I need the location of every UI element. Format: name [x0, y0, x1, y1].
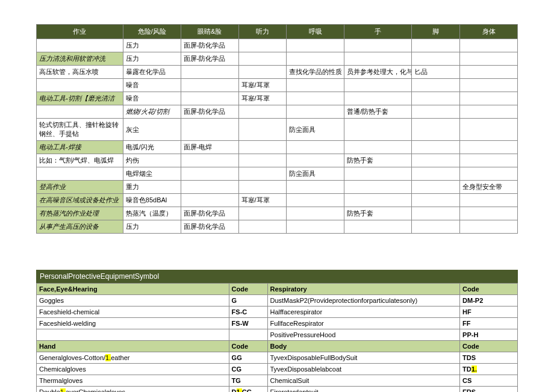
cell: [181, 119, 238, 141]
table-row: 高压软管，高压水喷暴露在化学品查找化学品的性质员并参考处理大，化与匕品: [37, 66, 518, 79]
cell: [287, 79, 344, 92]
cell: Double1.ayerChemicalgloves: [37, 387, 229, 393]
cell: 高压软管，高压水喷: [37, 66, 123, 79]
cell: 有热蒸汽的作业处理: [37, 207, 123, 220]
cell: [344, 141, 412, 154]
code-cell: FRS: [460, 387, 518, 393]
code-cell: TDS: [460, 352, 518, 364]
cell: 防尘面具: [287, 119, 344, 141]
cell: 查找化学品的性质: [287, 66, 344, 79]
cell: DustMaskP2(Provideprotectionforparticula…: [267, 295, 460, 306]
cell: 噪音: [123, 79, 181, 92]
cell: [460, 105, 518, 119]
cell: [181, 154, 238, 167]
subhdr-cell: Respiratory: [267, 284, 460, 295]
cell: 比如：气割/气焊、电弧焊: [37, 154, 123, 167]
cell: [344, 79, 412, 92]
h-body: 身体: [460, 25, 518, 39]
cell: [238, 119, 287, 141]
cell: [287, 92, 344, 105]
cell: [287, 52, 344, 66]
table-row: Faceshield-chemicalFS-CHalffacerespirato…: [37, 306, 518, 318]
cell: 耳塞/耳罩: [238, 92, 287, 105]
cell: 在高噪音区域或设备处作业: [37, 194, 123, 207]
code-cell: TG: [229, 375, 267, 387]
table2-body: Face,Eye&HearingCodeRespiratoryCodeGoggl…: [37, 284, 518, 393]
cell: [287, 105, 344, 119]
cell: [412, 39, 460, 52]
subhdr-cell: Code: [229, 284, 267, 295]
code-cell: GG: [229, 352, 267, 364]
cell: 电动工具-焊接: [37, 141, 123, 154]
table2-subheader: HandCodeBodyCode: [37, 341, 518, 352]
cell: 全身型安全带: [460, 181, 518, 194]
table-row: Double1.ayerChemicalglovesD1.CGFireretar…: [37, 387, 518, 393]
cell: [37, 167, 123, 181]
cell: [181, 194, 238, 207]
cell: Thermalgloves: [37, 375, 229, 387]
cell: [412, 52, 460, 66]
cell: [37, 79, 123, 92]
cell: [460, 167, 518, 181]
cell: 面屏-防化学品: [181, 105, 238, 119]
subhdr-cell: Code: [460, 341, 518, 352]
table1-body: 压力面屏-防化学品压力清洗和用软管冲洗压力面屏-防化学品高压软管，高压水喷暴露在…: [37, 39, 518, 234]
cell: 防热手套: [344, 154, 412, 167]
cell: 压力: [123, 220, 181, 234]
cell: 登高作业: [37, 181, 123, 194]
cell: [181, 66, 238, 79]
h-eyeface: 眼睛&脸: [181, 25, 238, 39]
cell: [412, 207, 460, 220]
table-row: 在高噪音区域或设备处作业噪音色85dBAl耳塞/耳罩: [37, 194, 518, 207]
cell: [344, 92, 412, 105]
subhdr-cell: Face,Eye&Hearing: [37, 284, 229, 295]
cell: [412, 79, 460, 92]
h-hazard: 危险/风险: [123, 25, 181, 39]
cell: 噪音: [123, 92, 181, 105]
code-cell: FS-W: [229, 318, 267, 329]
cell: [181, 167, 238, 181]
table-row: 电动工具-焊接电弧/闪光面屏-电焊: [37, 141, 518, 154]
cell: [412, 181, 460, 194]
cell: 重力: [123, 181, 181, 194]
cell: [238, 220, 287, 234]
cell: Goggles: [37, 295, 229, 306]
cell: [287, 141, 344, 154]
h-hearing: 听力: [238, 25, 287, 39]
cell: 电弧/闪光: [123, 141, 181, 154]
subhdr-cell: Code: [229, 341, 267, 352]
cell: [344, 220, 412, 234]
code-cell: FF: [460, 318, 518, 329]
cell: [460, 52, 518, 66]
cell: 面屏-防化学品: [181, 220, 238, 234]
h-foot: 脚: [412, 25, 460, 39]
cell: Halffacerespirator: [267, 306, 460, 318]
cell: [287, 220, 344, 234]
cell: 耳塞/耳罩: [238, 194, 287, 207]
cell: [181, 181, 238, 194]
cell: [460, 92, 518, 105]
cell: [460, 119, 518, 141]
cell: 热蒸汽（温度）: [123, 207, 181, 220]
cell: [287, 194, 344, 207]
table-row: ChemicalglovesCGTyvexDisposablelabcoatTD…: [37, 364, 518, 375]
cell: TyvexDisposablelabcoat: [267, 364, 460, 375]
cell: [287, 181, 344, 194]
cell: [37, 329, 229, 341]
cell: 防尘面具: [287, 167, 344, 181]
table-row: Generalgloves-Cotton/1.eatherGGTyvexDisp…: [37, 352, 518, 364]
cell: Faceshield-welding: [37, 318, 229, 329]
cell: [344, 194, 412, 207]
cell: [287, 154, 344, 167]
cell: 轮式切割工具、撞针枪旋转钢丝、手提钻: [37, 119, 123, 141]
cell: [181, 92, 238, 105]
cell: 电动工具-切割【磨光清洁: [37, 92, 123, 105]
table2-subheader: Face,Eye&HearingCodeRespiratoryCode: [37, 284, 518, 295]
code-cell: CS: [460, 375, 518, 387]
cell: [412, 119, 460, 141]
cell: [412, 194, 460, 207]
table-row: 电焊烟尘防尘面具: [37, 167, 518, 181]
cell: [344, 181, 412, 194]
cell: 燃烧/火花/切割: [123, 105, 181, 119]
table-row: ThermalglovesTGChemicalSuitCS: [37, 375, 518, 387]
